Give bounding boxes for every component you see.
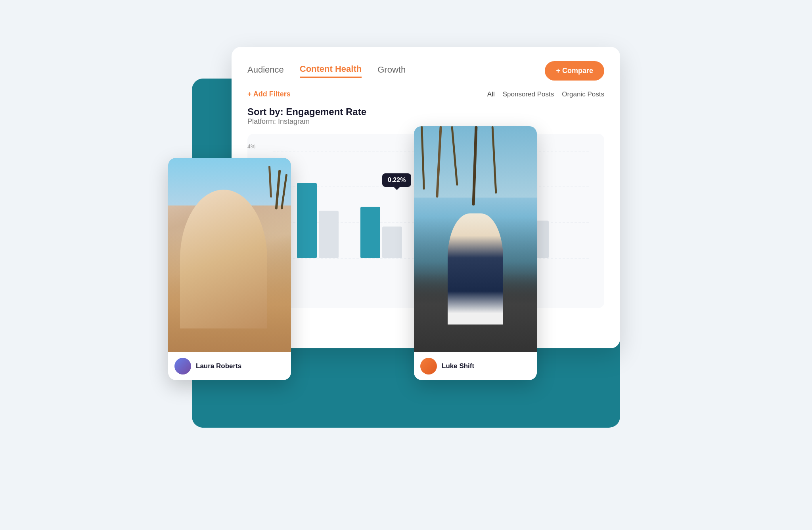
filter-options: All Sponsored Posts Organic Posts	[487, 90, 604, 98]
profile-card-left: Laura Roberts	[168, 158, 291, 380]
filter-organic[interactable]: Organic Posts	[562, 90, 604, 98]
sort-info: Sort by: Engagement Rate Platform: Insta…	[247, 106, 604, 126]
sort-title: Sort by: Engagement Rate	[247, 106, 604, 117]
compare-button[interactable]: + Compare	[545, 61, 604, 81]
platform-info: Platform: Instagram	[247, 117, 604, 126]
filter-row: + Add Filters All Sponsored Posts Organi…	[247, 90, 604, 98]
photo-right	[414, 126, 537, 352]
profile-footer-right: Luke Shift	[414, 352, 537, 380]
photo-left	[168, 158, 291, 352]
avatar-left	[174, 358, 191, 374]
profile-card-right: Luke Shift	[414, 126, 537, 380]
tab-audience[interactable]: Audience	[247, 65, 284, 77]
tab-content-health[interactable]: Content Health	[300, 64, 362, 78]
add-filters-button[interactable]: + Add Filters	[247, 90, 291, 98]
bar-video-gray	[319, 211, 339, 258]
profile-footer-left: Laura Roberts	[168, 352, 291, 380]
profile-name-left: Laura Roberts	[196, 362, 241, 370]
bar-story-gray	[382, 227, 402, 258]
tab-growth[interactable]: Growth	[377, 65, 406, 77]
nav-tabs: Audience Content Health Growth + Compare	[247, 61, 604, 81]
profile-name-right: Luke Shift	[442, 362, 474, 370]
filter-sponsored[interactable]: Sponsored Posts	[503, 90, 554, 98]
avatar-right	[420, 358, 437, 374]
tooltip-low: 0.22%	[382, 173, 411, 187]
bar-video-teal	[297, 183, 317, 258]
bar-story-teal	[360, 207, 380, 258]
scene: Audience Content Health Growth + Compare…	[168, 47, 644, 483]
y-label-4: 4%	[247, 143, 255, 150]
filter-all[interactable]: All	[487, 90, 495, 98]
